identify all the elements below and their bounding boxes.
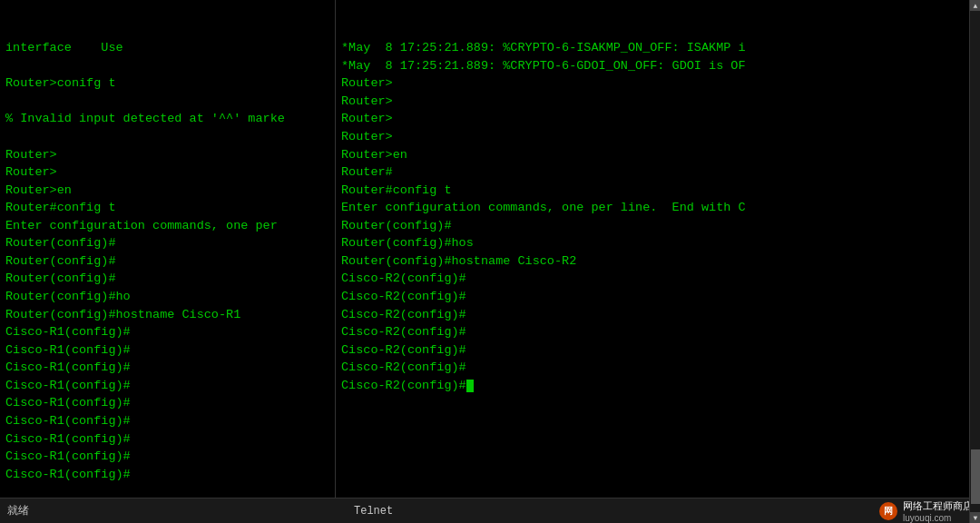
status-left: 就绪 — [7, 503, 29, 518]
terminal-line: Router(config)#hos — [341, 234, 965, 252]
terminal-line: Router(config)#ho — [5, 288, 329, 306]
terminal-line: Router(config)# — [5, 270, 329, 288]
terminal-line: Router> — [341, 93, 965, 111]
scrollbar[interactable]: ▲ ▼ — [969, 0, 980, 498]
terminal-line: Cisco-R1(config)# — [5, 412, 329, 430]
terminal-line: Router> — [5, 146, 329, 164]
watermark-icon: 网 — [879, 502, 897, 520]
terminal-line: Router>en — [5, 182, 329, 200]
terminal-line: Router> — [5, 163, 329, 182]
terminal-container: interface Use Router>conifg t % Invalid … — [0, 0, 980, 498]
scrollbar-arrow-up[interactable]: ▲ — [970, 0, 980, 11]
terminal-line: Cisco-R1(config)# — [5, 430, 329, 449]
watermark-content: 网络工程师商店 luyouqi.com — [903, 499, 973, 523]
watermark-label: 网络工程师商店 — [903, 499, 973, 513]
terminal-line: Cisco-R2(config)# — [341, 359, 965, 377]
terminal-line: Cisco-R1(config)# — [5, 394, 329, 412]
terminal-line: *May 8 17:25:21.889: %CRYPTO-6-ISAKMP_ON… — [341, 39, 965, 57]
terminal-line: Router>conifg t — [5, 74, 329, 93]
terminal-line: Cisco-R2(config)# — [341, 288, 965, 306]
terminal-line: Router(config)#hostname Cisco-R1 — [5, 306, 329, 324]
terminal-line: Router> — [341, 74, 965, 93]
terminal-line: Router>en — [341, 146, 965, 164]
terminal-line: Cisco-R1(config)# — [5, 377, 329, 395]
terminal-line: Router(config)# — [5, 252, 329, 271]
terminal-line — [5, 57, 329, 75]
telnet-status: Telnet — [354, 505, 393, 518]
watermark-url: luyouqi.com — [903, 513, 973, 523]
terminal-line: Cisco-R2(config)# — [341, 306, 965, 324]
terminal-line: Cisco-R2(config)# — [341, 270, 965, 288]
cursor-line[interactable]: Cisco-R2(config)# — [341, 377, 965, 395]
terminal-line: % Invalid input detected at '^^' marke — [5, 110, 329, 128]
terminal-line: Router# — [341, 163, 965, 182]
statusbar: 就绪 Telnet 网 网络工程师商店 luyouqi.com — [0, 498, 980, 523]
terminal-line: Router(config)# — [5, 234, 329, 252]
terminal-line: Cisco-R2(config)# — [341, 341, 965, 360]
terminal-line: Cisco-R1(config)# — [5, 466, 329, 484]
terminal-line: Router(config)#hostname Cisco-R2 — [341, 252, 965, 271]
terminal-line: Cisco-R1(config)# — [5, 341, 329, 360]
terminal-line — [5, 93, 329, 111]
terminal-line: Router> — [341, 110, 965, 128]
scrollbar-thumb[interactable] — [971, 449, 980, 498]
terminal-line — [5, 128, 329, 146]
terminal-line: Router#config t — [341, 182, 965, 200]
terminal-right[interactable]: *May 8 17:25:21.889: %CRYPTO-6-ISAKMP_ON… — [336, 0, 980, 498]
terminal-line: Router#config t — [5, 199, 329, 217]
terminal-left[interactable]: interface Use Router>conifg t % Invalid … — [0, 0, 336, 498]
terminal-line: Cisco-R1(config)# — [5, 448, 329, 466]
terminal-line: Enter configuration commands, one per — [5, 217, 329, 235]
statusbar-right: Telnet 网 网络工程师商店 luyouqi.com — [354, 499, 973, 523]
terminal-line: Enter configuration commands, one per li… — [341, 199, 965, 217]
terminal-line: interface Use — [5, 39, 329, 57]
statusbar-left: 就绪 — [7, 503, 343, 518]
terminal-line: *May 8 17:25:21.889: %CRYPTO-6-GDOI_ON_O… — [341, 57, 965, 75]
terminal-line: Cisco-R1(config)# — [5, 359, 329, 377]
terminal-cursor — [466, 380, 474, 392]
terminal-line: Cisco-R2(config)# — [341, 323, 965, 341]
terminal-line: Cisco-R1(config)# — [5, 323, 329, 341]
terminal-line: Router> — [341, 128, 965, 146]
terminal-line: Router(config)# — [341, 217, 965, 235]
watermark-area: 网 网络工程师商店 luyouqi.com — [879, 499, 973, 523]
